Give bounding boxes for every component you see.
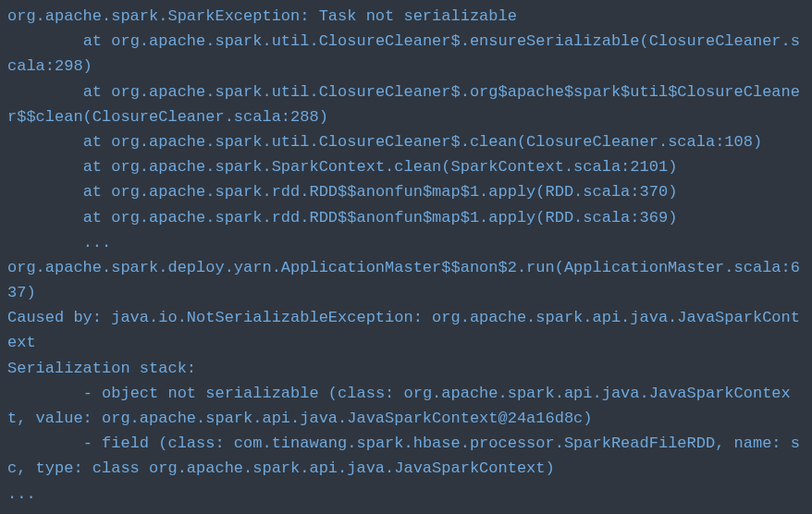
- stack-at-line: at org.apache.spark.util.ClosureCleaner$…: [7, 80, 805, 129]
- serialization-detail-line: - field (class: com.tinawang.spark.hbase…: [7, 431, 805, 481]
- stack-ellipsis: ...: [7, 482, 805, 507]
- stacktrace-container: org.apache.spark.SparkException: Task no…: [7, 4, 805, 507]
- serialization-detail-line: - object not serializable (class: org.ap…: [7, 381, 805, 431]
- stack-at-line: at org.apache.spark.util.ClosureCleaner$…: [7, 29, 805, 79]
- caused-by-line: Caused by: java.io.NotSerializableExcept…: [7, 305, 805, 355]
- exception-header: org.apache.spark.SparkException: Task no…: [7, 4, 805, 29]
- serialization-stack-header: Serialization stack:: [7, 356, 805, 381]
- stack-at-line: at org.apache.spark.SparkContext.clean(S…: [7, 154, 805, 179]
- stack-at-line: at org.apache.spark.rdd.RDD$$anonfun$map…: [7, 179, 805, 204]
- stack-at-line: at org.apache.spark.rdd.RDD$$anonfun$map…: [7, 205, 805, 230]
- stack-ellipsis: ...: [7, 230, 805, 255]
- stack-at-line: org.apache.spark.deploy.yarn.Application…: [7, 255, 805, 305]
- stack-at-line: at org.apache.spark.util.ClosureCleaner$…: [7, 129, 805, 154]
